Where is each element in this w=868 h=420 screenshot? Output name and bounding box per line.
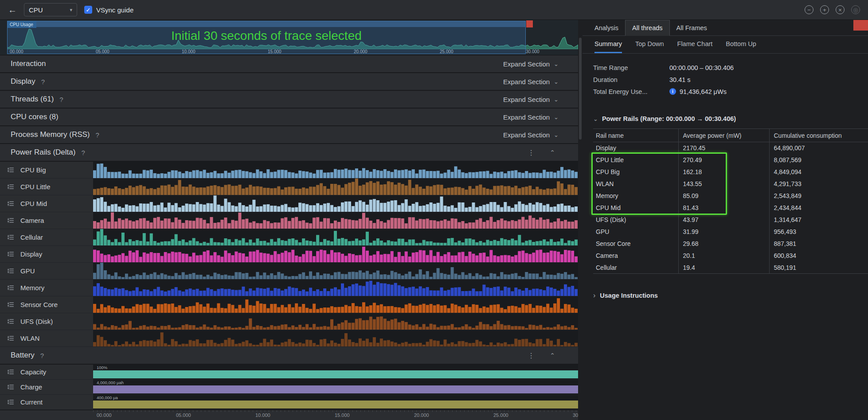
cumulative-cell[interactable]: 580,191: [769, 262, 868, 274]
rail-table-row[interactable]: WLAN 143.55 4,291,733: [593, 178, 868, 190]
expand-section-button[interactable]: Expand Section ⌄: [503, 60, 559, 68]
zoom-in-icon[interactable]: +: [820, 5, 829, 14]
rail-name-cell[interactable]: CPU Little: [593, 154, 678, 166]
rail-name-cell[interactable]: Cellular: [593, 262, 678, 274]
avg-power-cell[interactable]: 81.43: [678, 202, 769, 214]
more-options-icon[interactable]: ⋮: [528, 148, 535, 157]
power-rails-table-header[interactable]: ⌄ Power Rails (Range: 00:00.000 → 00:30.…: [593, 115, 857, 122]
avg-power-cell[interactable]: 31.99: [678, 226, 769, 238]
info-icon[interactable]: i: [669, 88, 676, 95]
usage-instructions-header[interactable]: › Usage Instructions: [593, 292, 857, 299]
rail-name-cell[interactable]: GPU: [593, 226, 678, 238]
track-chart[interactable]: [93, 296, 578, 313]
track-chart[interactable]: [93, 280, 578, 296]
back-button[interactable]: ←: [8, 5, 17, 15]
scrollbar-thumb[interactable]: [579, 38, 582, 140]
avg-power-cell[interactable]: 2170.45: [678, 142, 769, 154]
cumulative-cell[interactable]: 8,087,569: [769, 154, 868, 166]
track-label[interactable]: Camera: [0, 212, 93, 229]
track-chart[interactable]: [93, 246, 578, 262]
cumulative-cell[interactable]: 64,890,007: [769, 142, 868, 154]
checkbox-checked-icon[interactable]: ✓: [84, 6, 92, 14]
section-header-row[interactable]: Process Memory (RSS) ? Expand Section ⌄: [0, 126, 578, 144]
help-icon[interactable]: ?: [96, 131, 99, 139]
avg-power-cell[interactable]: 162.18: [678, 166, 769, 178]
track-label[interactable]: GPU: [0, 263, 93, 279]
vsync-guide-toggle[interactable]: ✓ VSync guide: [84, 6, 133, 14]
track-chart[interactable]: [93, 330, 578, 346]
help-icon[interactable]: ?: [40, 352, 44, 359]
collapse-section-icon[interactable]: ⌃: [550, 352, 555, 359]
track-chart[interactable]: [93, 195, 578, 212]
rail-name-cell[interactable]: Camera: [593, 250, 678, 262]
cumulative-cell[interactable]: 4,849,094: [769, 166, 868, 178]
section-header-row[interactable]: Display ? Expand Section ⌄: [0, 73, 578, 91]
rail-table-row[interactable]: Sensor Core 29.68 887,381: [593, 238, 868, 250]
track-label[interactable]: UFS (Disk): [0, 313, 93, 330]
track-label[interactable]: Charge: [0, 380, 93, 394]
help-icon[interactable]: ?: [81, 149, 85, 156]
cumulative-cell[interactable]: 4,291,733: [769, 178, 868, 190]
track-label[interactable]: CPU Mid: [0, 195, 93, 212]
analysis-subtab[interactable]: Summary: [594, 36, 622, 53]
track-chart[interactable]: [93, 229, 578, 245]
analysis-tab[interactable]: All Frames: [670, 20, 714, 35]
track-chart[interactable]: [93, 162, 578, 178]
rail-name-cell[interactable]: Memory: [593, 190, 678, 202]
rail-table-row[interactable]: Cellular 19.4 580,191: [593, 262, 868, 274]
column-header[interactable]: Rail name: [593, 129, 678, 142]
rail-table-row[interactable]: CPU Mid 81.43 2,434,844: [593, 202, 868, 214]
track-label[interactable]: Sensor Core: [0, 296, 93, 313]
track-label[interactable]: Display: [0, 246, 93, 262]
rail-name-cell[interactable]: UFS (Disk): [593, 214, 678, 226]
track-chart[interactable]: [93, 263, 578, 279]
track-label[interactable]: Capacity: [0, 365, 93, 379]
analysis-tab[interactable]: Analysis: [588, 20, 625, 35]
rail-table-row[interactable]: Camera 20.1 600,834: [593, 250, 868, 262]
expand-section-button[interactable]: Expand Section ⌄: [503, 113, 559, 121]
avg-power-cell[interactable]: 43.97: [678, 214, 769, 226]
battery-chart[interactable]: 400,000 μa: [93, 395, 578, 409]
section-header-row[interactable]: Threads (61) ? Expand Section ⌄: [0, 91, 578, 109]
analysis-subtab[interactable]: Flame Chart: [677, 36, 713, 53]
rail-table-row[interactable]: UFS (Disk) 43.97 1,314,647: [593, 214, 868, 226]
vertical-scrollbar[interactable]: [578, 20, 583, 420]
battery-section-header[interactable]: Battery ? ⋮ ⌃: [0, 347, 578, 365]
track-label[interactable]: CPU Little: [0, 179, 93, 195]
track-chart[interactable]: [93, 313, 578, 330]
more-options-icon[interactable]: ⋮: [528, 351, 535, 360]
track-label[interactable]: Current: [0, 395, 93, 409]
rail-table-row[interactable]: CPU Big 162.18 4,849,094: [593, 166, 868, 178]
rail-table-row[interactable]: CPU Little 270.49 8,087,569: [593, 154, 868, 166]
process-selector-dropdown[interactable]: CPU ▾: [24, 3, 77, 16]
track-label[interactable]: Cellular: [0, 229, 93, 245]
help-icon[interactable]: ?: [41, 78, 45, 86]
rail-name-cell[interactable]: Sensor Core: [593, 238, 678, 250]
avg-power-cell[interactable]: 85.09: [678, 190, 769, 202]
rail-name-cell[interactable]: Display: [593, 142, 678, 154]
reset-zoom-icon[interactable]: ×: [836, 5, 845, 14]
avg-power-cell[interactable]: 20.1: [678, 250, 769, 262]
cumulative-cell[interactable]: 887,381: [769, 238, 868, 250]
battery-chart[interactable]: 100%: [93, 365, 578, 379]
avg-power-cell[interactable]: 29.68: [678, 238, 769, 250]
cumulative-cell[interactable]: 2,434,844: [769, 202, 868, 214]
help-icon[interactable]: ?: [59, 96, 63, 103]
zoom-to-selection-icon[interactable]: ◎: [851, 5, 860, 14]
cumulative-cell[interactable]: 600,834: [769, 250, 868, 262]
column-header[interactable]: Average power (mW): [678, 129, 769, 142]
section-header-row[interactable]: Interaction ? Expand Section ⌄: [0, 55, 578, 73]
power-rails-section-header[interactable]: Power Rails (Delta) ? ⋮ ⌃: [0, 144, 578, 162]
track-chart[interactable]: [93, 179, 578, 195]
section-header-row[interactable]: CPU cores (8) ? Expand Section ⌄: [0, 109, 578, 126]
zoom-out-icon[interactable]: −: [805, 5, 813, 14]
cumulative-cell[interactable]: 1,314,647: [769, 214, 868, 226]
expand-section-button[interactable]: Expand Section ⌄: [503, 96, 559, 103]
expand-section-button[interactable]: Expand Section ⌄: [503, 78, 559, 86]
analysis-tab[interactable]: All threads: [625, 20, 670, 36]
rail-table-row[interactable]: Memory 85.09 2,543,849: [593, 190, 868, 202]
avg-power-cell[interactable]: 19.4: [678, 262, 769, 274]
cpu-usage-lane[interactable]: CPU Usage Initial 30 seconds of trace se…: [0, 20, 578, 55]
rail-name-cell[interactable]: WLAN: [593, 178, 678, 190]
avg-power-cell[interactable]: 270.49: [678, 154, 769, 166]
